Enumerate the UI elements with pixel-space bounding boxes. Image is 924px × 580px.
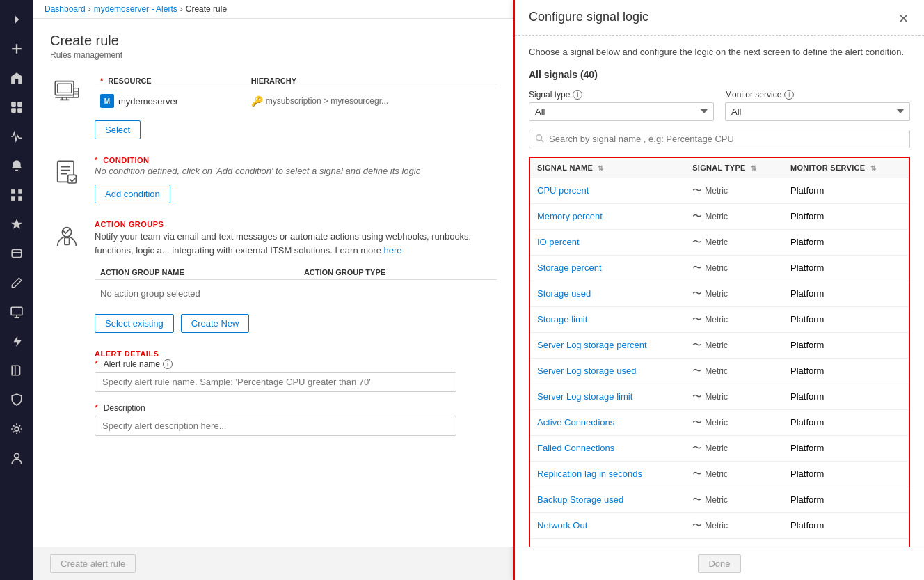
signal-search-input[interactable]: [549, 134, 904, 144]
sidebar-item-home[interactable]: [3, 64, 31, 92]
sidebar-item-notifications[interactable]: [3, 152, 31, 180]
resource-name-cell: M mydemoserver: [95, 88, 246, 114]
panel-header: Configure signal logic ✕: [515, 0, 924, 36]
sidebar-item-services[interactable]: [3, 181, 31, 209]
sort-monitor-service-icon[interactable]: ⇅: [870, 164, 876, 172]
sidebar-item-person[interactable]: [3, 444, 31, 472]
sidebar-item-activity[interactable]: [3, 123, 31, 150]
signal-type-cell: 〜 Metric: [685, 306, 783, 332]
alert-name-input[interactable]: [95, 372, 456, 392]
breadcrumb-dashboard[interactable]: Dashboard: [45, 4, 86, 14]
signal-service-cell: Platform: [783, 461, 909, 487]
signal-name-link[interactable]: Backup Storage used: [537, 494, 623, 505]
signal-name-link[interactable]: CPU percent: [537, 185, 589, 196]
signal-type-cell: 〜 Metric: [685, 487, 783, 512]
signal-name-link[interactable]: Server Log storage used: [537, 366, 636, 376]
sidebar-item-edit[interactable]: [3, 269, 31, 297]
signal-row: CPU percent 〜 Metric Platform: [529, 178, 909, 203]
alert-desc-input[interactable]: [95, 416, 456, 436]
signal-service-cell: Platform: [783, 358, 909, 384]
signal-name-link[interactable]: Server Log storage limit: [537, 391, 632, 402]
sidebar-item-shield[interactable]: [3, 386, 31, 414]
svg-point-11: [15, 453, 19, 458]
alert-name-info-icon[interactable]: i: [163, 359, 173, 369]
signal-type-value: 〜 Metric: [692, 288, 728, 300]
sort-signal-name-icon[interactable]: ⇅: [598, 164, 603, 172]
signal-service-cell: Platform: [783, 332, 909, 358]
sidebar-item-create[interactable]: [3, 35, 31, 63]
sidebar-item-monitor[interactable]: [3, 298, 31, 326]
signal-type-value: 〜 Metric: [692, 442, 728, 455]
signal-type-cell: 〜 Metric: [685, 538, 783, 547]
monitor-service-select[interactable]: All: [725, 102, 910, 121]
metric-chart-icon: 〜: [692, 519, 702, 532]
panel-close-button[interactable]: ✕: [897, 10, 910, 28]
signal-name-link[interactable]: IO percent: [537, 237, 580, 247]
signal-service-cell: Platform: [783, 229, 909, 255]
sidebar-item-dashboard[interactable]: [3, 93, 31, 121]
metric-chart-icon: 〜: [692, 468, 702, 480]
alert-name-label: * Alert rule name i: [95, 359, 497, 369]
signal-name-cell: CPU percent: [529, 178, 685, 203]
signal-name-cell: Active Connections: [529, 409, 685, 435]
metric-chart-icon: 〜: [692, 391, 702, 403]
create-new-button[interactable]: Create New: [181, 314, 250, 333]
sort-signal-type-icon[interactable]: ⇅: [751, 164, 756, 172]
signal-type-cell: 〜 Metric: [685, 178, 783, 203]
metric-chart-icon: 〜: [692, 442, 702, 455]
signal-type-filter: Signal type i All: [529, 90, 714, 121]
signal-type-select[interactable]: All: [529, 102, 714, 121]
signal-type-value: 〜 Metric: [692, 313, 728, 326]
resource-row: M mydemoserver 🔑 mysubscription > myreso…: [95, 88, 497, 114]
monitor-service-info-icon[interactable]: i: [784, 90, 794, 100]
page-title: Create rule: [50, 33, 497, 49]
metric-chart-icon: 〜: [692, 210, 702, 223]
signal-row: Storage percent 〜 Metric Platform: [529, 255, 909, 281]
signal-row: Storage used 〜 Metric Platform: [529, 281, 909, 306]
signal-type-info-icon[interactable]: i: [573, 90, 582, 100]
here-link[interactable]: here: [383, 245, 401, 256]
add-condition-button[interactable]: Add condition: [95, 185, 170, 203]
done-button[interactable]: Done: [698, 554, 740, 573]
signal-name-link[interactable]: Storage used: [537, 288, 591, 299]
svg-rect-2: [11, 108, 16, 113]
signal-name-link[interactable]: Replication lag in seconds: [537, 469, 642, 479]
sidebar-item-favorites[interactable]: [3, 210, 31, 238]
signal-service-cell: Platform: [783, 178, 909, 203]
sidebar-item-lightning[interactable]: [3, 327, 31, 355]
signal-name-cell: Backup Storage used: [529, 487, 685, 512]
signal-name-link[interactable]: Server Log storage percent: [537, 340, 647, 350]
sidebar-item-gear[interactable]: [3, 415, 31, 443]
signal-type-value: 〜 Metric: [692, 339, 728, 352]
resource-content: * RESOURCE HIERARCHY M mydemoserver: [95, 74, 497, 139]
alert-name-group: * Alert rule name i: [95, 359, 497, 392]
signal-name-cell: Server Log storage limit: [529, 384, 685, 409]
action-groups-section: ACTION GROUPS Notify your team via email…: [50, 220, 497, 333]
panel-body: Choose a signal below and configure the …: [515, 36, 924, 547]
metric-chart-icon: 〜: [692, 262, 702, 274]
signal-name-link[interactable]: Storage percent: [537, 262, 602, 273]
sidebar: [0, 0, 33, 580]
breadcrumb-alerts[interactable]: mydemoserver - Alerts: [94, 4, 177, 14]
signal-type-label: Signal type i: [529, 90, 714, 100]
signal-service-cell: Platform: [783, 281, 909, 306]
create-alert-rule-button[interactable]: Create alert rule: [50, 554, 136, 573]
resource-col-resource: * RESOURCE: [95, 74, 246, 88]
select-existing-button[interactable]: Select existing: [95, 314, 174, 333]
select-resource-button[interactable]: Select: [95, 120, 141, 139]
signal-name-link[interactable]: Memory percent: [537, 211, 603, 221]
metric-chart-icon: 〜: [692, 494, 702, 506]
signal-type-cell: 〜 Metric: [685, 384, 783, 409]
signal-name-link[interactable]: Storage limit: [537, 314, 587, 324]
sidebar-item-sql[interactable]: [3, 240, 31, 267]
metric-chart-icon: 〜: [692, 339, 702, 352]
signal-name-link[interactable]: Network Out: [537, 520, 587, 531]
signal-row: Backup Storage used 〜 Metric Platform: [529, 487, 909, 512]
sidebar-expand[interactable]: [3, 6, 31, 33]
signal-name-link[interactable]: Failed Connections: [537, 443, 614, 453]
sidebar-item-book[interactable]: [3, 356, 31, 384]
signal-type-value: 〜 Metric: [692, 468, 728, 480]
signal-service-cell: Platform: [783, 306, 909, 332]
signal-service-cell: Platform: [783, 203, 909, 229]
signal-name-link[interactable]: Active Connections: [537, 417, 614, 428]
